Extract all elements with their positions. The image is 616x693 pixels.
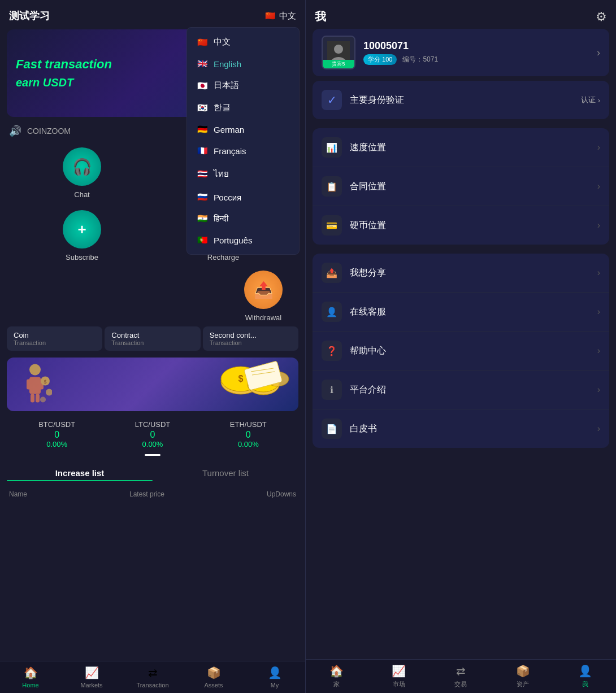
right-home-icon: 🏠 [329,664,344,678]
markets-label: Markets [80,682,102,688]
pt-label: Português [214,236,252,245]
withdrawal-icon: 📤 [254,281,274,299]
right-me-icon: 👤 [578,664,592,678]
share-icon: 📤 [322,263,342,283]
share-label: 我想分享 [350,267,589,279]
language-dropdown[interactable]: 🇨🇳 中文 [265,11,296,21]
turnover-list-tab[interactable]: Turnover list [153,464,298,486]
subscribe-action[interactable]: + Subscribe [23,210,141,261]
my-label: My [271,682,279,688]
ltc-change: 0.00% [105,440,200,448]
svg-point-33 [334,45,343,54]
coin-transaction-tab[interactable]: Coin Transaction [7,326,102,351]
lang-item-hi[interactable]: 🇮🇳 हिन्दी [187,208,299,229]
banner-line1: Fast transaction [16,57,112,72]
identity-item[interactable]: ✓ 主要身份验证 认证 › [313,81,609,119]
transaction-icon: ⇄ [148,666,158,679]
increase-list-tab[interactable]: Increase list [7,464,153,486]
lang-item-fr[interactable]: 🇫🇷 Français [187,140,299,162]
speaker-icon: 🔊 [9,125,21,137]
chat-action[interactable]: 🎧 Chat [23,147,141,199]
coin-position-item[interactable]: 💳 硬币位置 › [313,206,609,245]
identity-label: 主要身份验证 [350,94,573,106]
ko-label: 한글 [214,102,231,113]
fr-label: Français [214,146,246,156]
user-num: 编号：5071 [402,55,438,64]
lang-item-ru[interactable]: 🇷🇺 Россия [187,186,299,208]
profile-chevron-icon: › [597,47,600,59]
nav-home[interactable]: 🏠 Home [0,661,61,693]
whitepaper-chevron-icon: › [597,424,600,434]
speed-label: 速度位置 [350,142,589,154]
second-contract-tab[interactable]: Second cont... Transaction [203,326,298,351]
right-nav-me[interactable]: 👤 我 [554,660,616,693]
cn-flag-icon: 🇨🇳 [265,11,276,21]
banner-line2: earn USDT [16,76,112,89]
right-market-icon: 📈 [392,664,406,678]
contract-position-item[interactable]: 📋 合同位置 › [313,167,609,206]
score-badge: 学分 100 [363,54,397,65]
assets-label: Assets [204,682,223,688]
lang-item-ja[interactable]: 🇯🇵 日本語 [187,75,299,97]
user-meta: 学分 100 编号：5071 [363,54,589,65]
nav-markets[interactable]: 📈 Markets [61,661,122,693]
user-profile[interactable]: 贵宾5 10005071 学分 100 编号：5071 › [313,29,609,76]
contract-pos-chevron-icon: › [597,181,600,191]
share-chevron-icon: › [597,268,600,278]
lang-item-en[interactable]: 🇬🇧 English [187,53,299,75]
speed-icon: 📊 [322,137,342,158]
lang-item-de[interactable]: 🇩🇪 German [187,119,299,140]
right-nav-market[interactable]: 📈 市场 [368,660,430,693]
nav-assets[interactable]: 📦 Assets [183,661,244,693]
menu-section-2: 📤 我想分享 › 👤 在线客服 › ❓ 帮助中心 › ℹ 平台介绍 › 📄 白皮… [313,254,609,448]
settings-icon[interactable]: ⚙ [596,10,607,24]
nav-my[interactable]: 👤 My [244,661,305,693]
col-updowns: UpDowns [267,490,296,498]
whitepaper-label: 白皮书 [350,423,589,435]
customer-icon: 👤 [322,302,342,322]
chat-icon: 🎧 [72,158,92,176]
chat-label: Chat [74,190,89,199]
assets-icon: 📦 [207,666,221,679]
avatar-badge: 贵宾5 [323,60,354,68]
eth-value: 0 [201,430,296,440]
contract-transaction-tab[interactable]: Contract Transaction [105,326,200,351]
share-item[interactable]: 📤 我想分享 › [313,254,609,293]
btc-usdt[interactable]: BTC/USDT 0 0.00% [9,420,105,448]
home-icon: 🏠 [24,666,38,679]
lang-item-zh[interactable]: 🇨🇳 中文 [187,31,299,53]
ltc-pair: LTC/USDT [105,420,200,429]
transaction-label: Transaction [136,682,168,688]
platform-intro-item[interactable]: ℹ 平台介绍 › [313,371,609,409]
right-nav-trade[interactable]: ⇄ 交易 [430,660,492,693]
hi-label: हिन्दी [214,213,228,224]
lang-item-pt[interactable]: 🇵🇹 Português [187,229,299,251]
svg-point-21 [40,396,46,402]
customer-service-item[interactable]: 👤 在线客服 › [313,293,609,332]
right-nav-assets[interactable]: 📦 资产 [492,660,554,693]
ltc-usdt[interactable]: LTC/USDT 0 0.00% [105,420,200,448]
lang-item-ko[interactable]: 🇰🇷 한글 [187,97,299,119]
contract-tab-top: Contract [111,331,193,339]
banner-text: Fast transaction earn USDT [16,57,112,89]
en-flag: 🇬🇧 [197,59,208,69]
zh-flag: 🇨🇳 [197,37,208,47]
th-flag: 🇹🇭 [197,169,208,179]
help-center-icon: ❓ [322,341,342,361]
language-menu: 🇨🇳 中文 🇬🇧 English 🇯🇵 日本語 🇰🇷 한글 🇩🇪 German … [186,27,300,255]
speed-position-item[interactable]: 📊 速度位置 › [313,128,609,167]
lang-item-th[interactable]: 🇹🇭 ไทย [187,162,299,186]
coin-tab-bottom: Transaction [14,339,96,346]
nav-transaction[interactable]: ⇄ Transaction [122,661,183,693]
withdrawal-action[interactable]: 📤 Withdrawal [244,271,283,322]
user-info: 10005071 学分 100 编号：5071 [363,40,589,65]
platform-chevron-icon: › [597,385,600,395]
whitepaper-item[interactable]: 📄 白皮书 › [313,409,609,448]
ja-flag: 🇯🇵 [197,81,208,91]
eth-usdt[interactable]: ETH/USDT 0 0.00% [201,420,296,448]
coin-pos-label: 硬币位置 [350,220,589,232]
lists-section: Increase list Turnover list Name Latest … [0,459,305,505]
right-nav-home[interactable]: 🏠 家 [306,660,368,693]
svg-point-20 [46,389,52,395]
help-center-item[interactable]: ❓ 帮助中心 › [313,332,609,371]
